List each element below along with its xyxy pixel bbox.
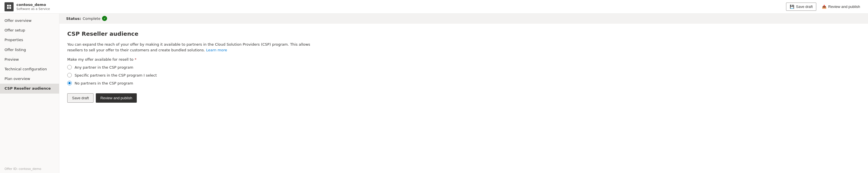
- save-icon: 💾: [790, 4, 794, 9]
- sidebar-item-technical-configuration[interactable]: Technical configuration: [0, 65, 59, 74]
- main-layout: Offer overview Offer setup Properties Of…: [0, 14, 868, 173]
- svg-rect-3: [9, 7, 11, 8]
- radio-input-specific-partners[interactable]: [67, 73, 72, 77]
- radio-input-no-partners[interactable]: [67, 81, 72, 85]
- learn-more-link[interactable]: Learn more: [206, 48, 227, 52]
- radio-input-any-partner[interactable]: [67, 65, 72, 70]
- radio-label-specific-partners: Specific partners in the CSP program I s…: [74, 73, 157, 77]
- sidebar-item-properties[interactable]: Properties: [0, 35, 59, 45]
- top-save-draft-button[interactable]: 💾 Save draft: [786, 3, 816, 11]
- radio-label-any-partner: Any partner in the CSP program: [74, 65, 133, 70]
- radio-group: Any partner in the CSP program Specific …: [67, 65, 860, 85]
- app-icon: [4, 2, 13, 11]
- sidebar-offer-id: Offer ID: contoso_demo: [0, 165, 59, 173]
- description-text: You can expand the reach of your offer b…: [67, 42, 321, 53]
- top-review-publish-button[interactable]: 📤 Review and publish: [818, 3, 864, 10]
- top-bar-actions: 💾 Save draft 📤 Review and publish: [786, 3, 864, 11]
- radio-option-specific-partners[interactable]: Specific partners in the CSP program I s…: [67, 73, 860, 77]
- sidebar-item-csp-reseller-audience[interactable]: CSP Reseller audience: [0, 84, 59, 93]
- sidebar-item-offer-overview[interactable]: Offer overview: [0, 16, 59, 26]
- radio-option-any-partner[interactable]: Any partner in the CSP program: [67, 65, 860, 70]
- main-content: Status: Complete CSP Reseller audience Y…: [59, 14, 868, 173]
- top-bar: contoso_demo Software as a Service 💾 Sav…: [0, 0, 868, 14]
- required-star: *: [133, 57, 136, 61]
- status-value: Complete: [83, 17, 101, 21]
- publish-icon: 📤: [822, 4, 827, 9]
- save-draft-button[interactable]: Save draft: [67, 93, 94, 103]
- sidebar-item-offer-listing[interactable]: Offer listing: [0, 45, 59, 55]
- section-label: Make my offer available for resell to *: [67, 57, 860, 61]
- sidebar-item-plan-overview[interactable]: Plan overview: [0, 74, 59, 84]
- sidebar-item-offer-setup[interactable]: Offer setup: [0, 26, 59, 35]
- content-area: CSP Reseller audience You can expand the…: [59, 24, 868, 173]
- bottom-actions: Save draft Review and publish: [67, 93, 860, 103]
- app-logo-icon: [6, 4, 11, 9]
- app-subtitle: Software as a Service: [17, 7, 50, 11]
- sidebar-item-preview[interactable]: Preview: [0, 55, 59, 65]
- status-check-icon: [102, 16, 107, 21]
- status-bar: Status: Complete: [59, 14, 868, 24]
- review-publish-button[interactable]: Review and publish: [96, 93, 137, 103]
- app-branding: contoso_demo Software as a Service: [4, 2, 50, 11]
- radio-option-no-partners[interactable]: No partners in the CSP program: [67, 81, 860, 85]
- sidebar: Offer overview Offer setup Properties Of…: [0, 14, 59, 173]
- svg-rect-0: [7, 4, 9, 6]
- app-name: contoso_demo: [17, 3, 50, 7]
- svg-rect-2: [7, 7, 9, 8]
- radio-label-no-partners: No partners in the CSP program: [74, 81, 133, 85]
- page-title: CSP Reseller audience: [67, 30, 860, 37]
- status-label: Status:: [66, 17, 81, 21]
- svg-rect-1: [9, 4, 11, 6]
